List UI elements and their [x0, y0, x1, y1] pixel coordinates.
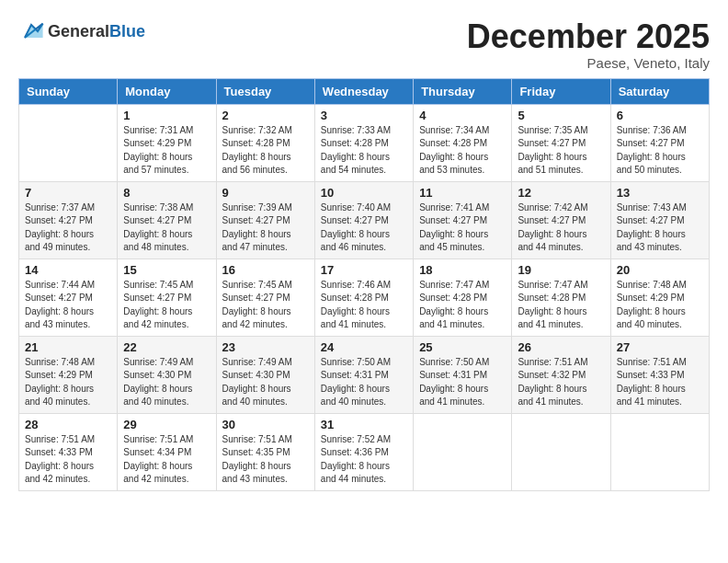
day-info: Sunrise: 7:52 AM Sunset: 4:36 PM Dayligh… [321, 433, 407, 487]
calendar-cell: 27Sunrise: 7:51 AM Sunset: 4:33 PM Dayli… [610, 336, 709, 413]
calendar-cell: 4Sunrise: 7:34 AM Sunset: 4:28 PM Daylig… [414, 104, 512, 181]
calendar-cell [19, 104, 118, 181]
day-number: 25 [419, 340, 506, 354]
day-info: Sunrise: 7:49 AM Sunset: 4:30 PM Dayligh… [222, 356, 309, 409]
calendar-cell: 17Sunrise: 7:46 AM Sunset: 4:28 PM Dayli… [314, 259, 413, 336]
day-number: 3 [321, 109, 407, 122]
calendar-cell: 23Sunrise: 7:49 AM Sunset: 4:30 PM Dayli… [216, 336, 314, 413]
day-number: 18 [419, 263, 506, 277]
day-info: Sunrise: 7:48 AM Sunset: 4:29 PM Dayligh… [25, 356, 111, 409]
weekday-header-saturday: Saturday [610, 78, 709, 104]
day-info: Sunrise: 7:50 AM Sunset: 4:31 PM Dayligh… [419, 356, 506, 409]
day-number: 17 [321, 263, 407, 277]
calendar-cell: 29Sunrise: 7:51 AM Sunset: 4:34 PM Dayli… [118, 413, 216, 490]
day-info: Sunrise: 7:46 AM Sunset: 4:28 PM Dayligh… [321, 279, 407, 332]
day-info: Sunrise: 7:39 AM Sunset: 4:27 PM Dayligh… [222, 201, 309, 255]
day-info: Sunrise: 7:42 AM Sunset: 4:27 PM Dayligh… [518, 201, 604, 255]
day-info: Sunrise: 7:32 AM Sunset: 4:28 PM Dayligh… [222, 124, 309, 178]
calendar-week-1: 1Sunrise: 7:31 AM Sunset: 4:29 PM Daylig… [19, 104, 710, 181]
calendar-cell: 5Sunrise: 7:35 AM Sunset: 4:27 PM Daylig… [512, 104, 610, 181]
title-block: December 2025 Paese, Veneto, Italy [467, 18, 710, 71]
calendar-cell: 1Sunrise: 7:31 AM Sunset: 4:29 PM Daylig… [118, 104, 216, 181]
calendar-week-2: 7Sunrise: 7:37 AM Sunset: 4:27 PM Daylig… [19, 181, 710, 259]
day-number: 11 [419, 186, 506, 200]
day-number: 16 [222, 263, 309, 277]
day-number: 27 [617, 340, 703, 354]
weekday-header-sunday: Sunday [19, 78, 118, 104]
calendar-cell: 22Sunrise: 7:49 AM Sunset: 4:30 PM Dayli… [118, 336, 216, 413]
day-info: Sunrise: 7:38 AM Sunset: 4:27 PM Dayligh… [123, 201, 210, 255]
day-number: 26 [518, 340, 604, 354]
day-number: 15 [123, 263, 210, 277]
day-info: Sunrise: 7:41 AM Sunset: 4:27 PM Dayligh… [419, 201, 506, 255]
day-number: 24 [321, 340, 407, 354]
weekday-header-monday: Monday [118, 78, 216, 104]
weekday-header-wednesday: Wednesday [314, 78, 413, 104]
day-number: 5 [518, 109, 604, 122]
calendar-cell: 25Sunrise: 7:50 AM Sunset: 4:31 PM Dayli… [414, 336, 512, 413]
calendar-cell: 11Sunrise: 7:41 AM Sunset: 4:27 PM Dayli… [414, 181, 512, 259]
day-info: Sunrise: 7:48 AM Sunset: 4:29 PM Dayligh… [617, 279, 703, 332]
calendar-cell: 10Sunrise: 7:40 AM Sunset: 4:27 PM Dayli… [314, 181, 413, 259]
weekday-header-friday: Friday [512, 78, 610, 104]
day-number: 23 [222, 340, 309, 354]
calendar-cell [414, 413, 512, 490]
day-number: 28 [25, 418, 111, 431]
day-info: Sunrise: 7:40 AM Sunset: 4:27 PM Dayligh… [321, 201, 407, 255]
day-info: Sunrise: 7:47 AM Sunset: 4:28 PM Dayligh… [419, 279, 506, 332]
calendar-cell: 31Sunrise: 7:52 AM Sunset: 4:36 PM Dayli… [314, 413, 413, 490]
day-number: 6 [617, 109, 703, 122]
day-info: Sunrise: 7:37 AM Sunset: 4:27 PM Dayligh… [25, 201, 111, 255]
calendar-cell: 30Sunrise: 7:51 AM Sunset: 4:35 PM Dayli… [216, 413, 314, 490]
calendar-week-3: 14Sunrise: 7:44 AM Sunset: 4:27 PM Dayli… [19, 259, 710, 336]
day-info: Sunrise: 7:51 AM Sunset: 4:32 PM Dayligh… [518, 356, 604, 409]
day-info: Sunrise: 7:44 AM Sunset: 4:27 PM Dayligh… [25, 279, 111, 332]
day-number: 4 [419, 109, 506, 122]
day-info: Sunrise: 7:51 AM Sunset: 4:33 PM Dayligh… [617, 356, 703, 409]
calendar-cell: 3Sunrise: 7:33 AM Sunset: 4:28 PM Daylig… [314, 104, 413, 181]
calendar-cell: 9Sunrise: 7:39 AM Sunset: 4:27 PM Daylig… [216, 181, 314, 259]
calendar-cell: 18Sunrise: 7:47 AM Sunset: 4:28 PM Dayli… [414, 259, 512, 336]
day-number: 30 [222, 418, 309, 431]
day-info: Sunrise: 7:49 AM Sunset: 4:30 PM Dayligh… [123, 356, 210, 409]
day-number: 9 [222, 186, 309, 200]
weekday-header-tuesday: Tuesday [216, 78, 314, 104]
day-number: 19 [518, 263, 604, 277]
calendar-cell: 20Sunrise: 7:48 AM Sunset: 4:29 PM Dayli… [610, 259, 709, 336]
page-header: GeneralBlue December 2025 Paese, Veneto,… [18, 18, 710, 71]
logo: GeneralBlue [18, 18, 145, 44]
calendar-cell: 6Sunrise: 7:36 AM Sunset: 4:27 PM Daylig… [610, 104, 709, 181]
calendar-cell: 24Sunrise: 7:50 AM Sunset: 4:31 PM Dayli… [314, 336, 413, 413]
calendar-cell [512, 413, 610, 490]
day-number: 12 [518, 186, 604, 200]
logo-general: General [48, 22, 109, 40]
calendar-cell: 13Sunrise: 7:43 AM Sunset: 4:27 PM Dayli… [610, 181, 709, 259]
calendar-cell: 15Sunrise: 7:45 AM Sunset: 4:27 PM Dayli… [118, 259, 216, 336]
day-number: 10 [321, 186, 407, 200]
day-number: 7 [25, 186, 111, 200]
day-number: 8 [123, 186, 210, 200]
day-number: 29 [123, 418, 210, 431]
calendar-cell: 12Sunrise: 7:42 AM Sunset: 4:27 PM Dayli… [512, 181, 610, 259]
location-subtitle: Paese, Veneto, Italy [467, 55, 710, 71]
calendar-cell: 14Sunrise: 7:44 AM Sunset: 4:27 PM Dayli… [19, 259, 118, 336]
day-number: 31 [321, 418, 407, 431]
logo-blue: Blue [109, 22, 145, 40]
calendar-header-row: SundayMondayTuesdayWednesdayThursdayFrid… [19, 78, 710, 104]
day-number: 13 [617, 186, 703, 200]
calendar-cell: 21Sunrise: 7:48 AM Sunset: 4:29 PM Dayli… [19, 336, 118, 413]
day-info: Sunrise: 7:34 AM Sunset: 4:28 PM Dayligh… [419, 124, 506, 178]
day-info: Sunrise: 7:33 AM Sunset: 4:28 PM Dayligh… [321, 124, 407, 178]
calendar-week-4: 21Sunrise: 7:48 AM Sunset: 4:29 PM Dayli… [19, 336, 710, 413]
day-number: 22 [123, 340, 210, 354]
calendar-week-5: 28Sunrise: 7:51 AM Sunset: 4:33 PM Dayli… [19, 413, 710, 490]
calendar-cell [610, 413, 709, 490]
day-info: Sunrise: 7:51 AM Sunset: 4:34 PM Dayligh… [123, 433, 210, 487]
calendar-cell: 26Sunrise: 7:51 AM Sunset: 4:32 PM Dayli… [512, 336, 610, 413]
day-info: Sunrise: 7:45 AM Sunset: 4:27 PM Dayligh… [123, 279, 210, 332]
month-title: December 2025 [467, 18, 710, 55]
logo-text: GeneralBlue [48, 22, 145, 41]
weekday-header-thursday: Thursday [414, 78, 512, 104]
day-number: 14 [25, 263, 111, 277]
day-info: Sunrise: 7:45 AM Sunset: 4:27 PM Dayligh… [222, 279, 309, 332]
